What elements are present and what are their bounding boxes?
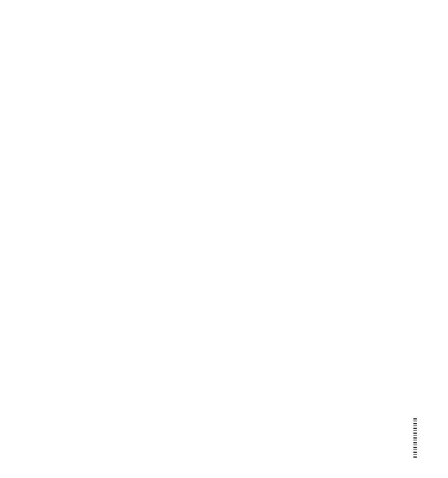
plot-canvas — [0, 0, 448, 478]
creation-timestamp-watermark — [413, 418, 417, 458]
tplot-figure — [0, 0, 448, 478]
